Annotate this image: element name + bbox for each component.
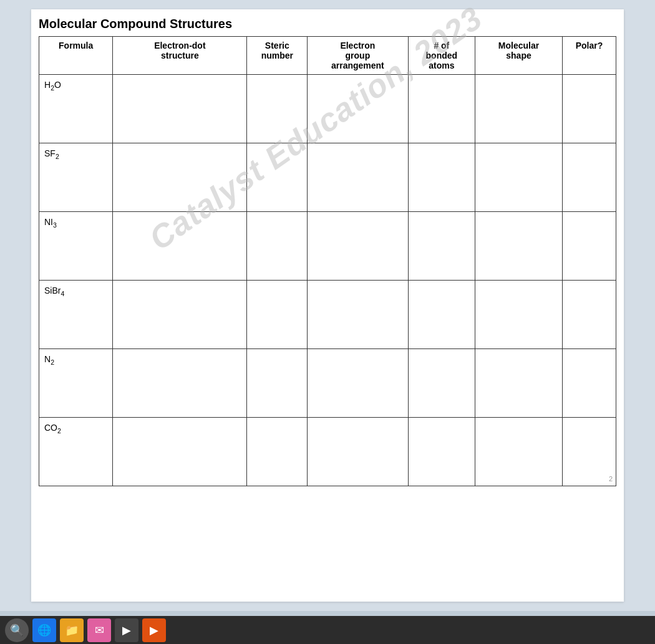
col-header-electron-dot: Electron-dotstructure xyxy=(113,37,247,75)
formula-cell-n2: N2 xyxy=(39,349,113,418)
formula-cell-h2o: H2O xyxy=(39,75,113,143)
table-row: H2O 2 xyxy=(39,75,616,143)
taskbar-mail-button[interactable]: ✉ xyxy=(87,618,111,642)
table-row: CO2 xyxy=(39,418,616,486)
table-row: NI3 xyxy=(39,212,616,281)
steric-co2 xyxy=(247,418,308,486)
eg-arrangement-h2o xyxy=(308,75,408,143)
table-row: SiBr4 xyxy=(39,281,616,349)
eg-arrangement-ni3 xyxy=(308,212,408,281)
taskbar-folder-button[interactable]: 📁 xyxy=(60,618,84,642)
col-header-formula: Formula xyxy=(39,37,113,75)
bonded-sf2 xyxy=(408,143,475,212)
shape-co2 xyxy=(475,418,563,486)
eg-arrangement-co2 xyxy=(308,418,408,486)
polar-co2 xyxy=(562,418,616,486)
shape-ni3 xyxy=(475,212,563,281)
eg-arrangement-n2 xyxy=(308,349,408,418)
col-header-shape: Molecularshape xyxy=(475,37,563,75)
table-wrapper: Formula Electron-dotstructure Stericnumb… xyxy=(39,36,616,486)
eg-arrangement-sf2 xyxy=(308,143,408,212)
bonded-co2 xyxy=(408,418,475,486)
steric-h2o xyxy=(247,75,308,143)
electron-dot-sibr4 xyxy=(113,281,247,349)
table-row: N2 xyxy=(39,349,616,418)
steric-n2 xyxy=(247,349,308,418)
col-header-bonded: # ofbondedatoms xyxy=(408,37,475,75)
steric-sibr4 xyxy=(247,281,308,349)
main-table: Formula Electron-dotstructure Stericnumb… xyxy=(39,36,616,486)
table-row: SF2 xyxy=(39,143,616,212)
formula-cell-sibr4: SiBr4 xyxy=(39,281,113,349)
bonded-sibr4 xyxy=(408,281,475,349)
content-area: Molecular Compound Structures Catalyst E… xyxy=(0,0,655,611)
taskbar-media-button[interactable]: ▶ xyxy=(142,618,166,642)
shape-sibr4 xyxy=(475,281,563,349)
steric-ni3 xyxy=(247,212,308,281)
polar-n2 xyxy=(562,349,616,418)
col-header-eg-arrangement: Electrongrouparrangement xyxy=(308,37,408,75)
electron-dot-co2 xyxy=(113,418,247,486)
formula-cell-ni3: NI3 xyxy=(39,212,113,281)
electron-dot-ni3 xyxy=(113,212,247,281)
steric-sf2 xyxy=(247,143,308,212)
electron-dot-n2 xyxy=(113,349,247,418)
taskbar-browser-button[interactable]: 🌐 xyxy=(32,618,56,642)
white-card: Molecular Compound Structures Catalyst E… xyxy=(31,9,624,602)
polar-ni3 xyxy=(562,212,616,281)
shape-n2 xyxy=(475,349,563,418)
taskbar-terminal-button[interactable]: ▶ xyxy=(115,618,138,642)
formula-cell-sf2: SF2 xyxy=(39,143,113,212)
col-header-steric: Stericnumber xyxy=(247,37,308,75)
bonded-n2 xyxy=(408,349,475,418)
polar-sf2 xyxy=(562,143,616,212)
shape-h2o xyxy=(475,75,563,143)
header-row: Formula Electron-dotstructure Stericnumb… xyxy=(39,37,616,75)
eg-arrangement-sibr4 xyxy=(308,281,408,349)
polar-h2o xyxy=(562,75,616,143)
outer-wrapper: Molecular Compound Structures Catalyst E… xyxy=(0,0,655,644)
col-header-polar: Polar? xyxy=(562,37,616,75)
polar-sibr4 xyxy=(562,281,616,349)
page-title: Molecular Compound Structures xyxy=(39,17,616,31)
shape-sf2 xyxy=(475,143,563,212)
electron-dot-h2o: 2 xyxy=(113,75,247,143)
formula-cell-co2: CO2 xyxy=(39,418,113,486)
bonded-h2o xyxy=(408,75,475,143)
taskbar: 🔍 🌐 📁 ✉ ▶ ▶ xyxy=(0,616,655,644)
taskbar-search-button[interactable]: 🔍 xyxy=(5,618,29,642)
bonded-ni3 xyxy=(408,212,475,281)
electron-dot-sf2 xyxy=(113,143,247,212)
